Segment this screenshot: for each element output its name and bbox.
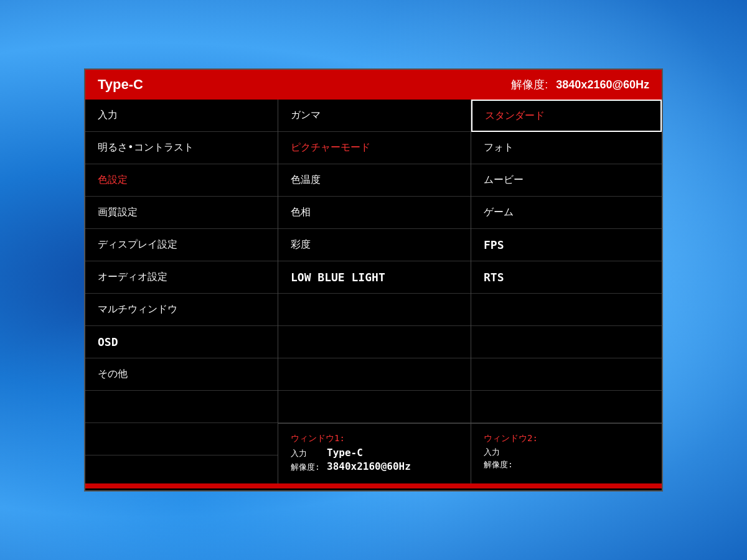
osd-title: Type-C xyxy=(98,77,143,93)
menu-item-photo[interactable]: フォト xyxy=(471,132,662,164)
menu-item-osd[interactable]: OSD xyxy=(85,326,278,358)
menu-item-mid-empty3 xyxy=(278,358,471,391)
menu-item-saturation[interactable]: 彩度 xyxy=(278,229,471,261)
osd-footer xyxy=(85,483,662,488)
window1-res-value: 3840x2160@60Hz xyxy=(327,460,411,472)
menu-item-right-empty1 xyxy=(471,294,662,326)
menu-item-hue[interactable]: 色相 xyxy=(278,197,471,229)
right-column: スタンダード フォト ムービー ゲーム FPS RTS ウィンドウ2: 入力 解… xyxy=(471,100,662,483)
menu-item-left-empty1 xyxy=(85,391,278,423)
menu-item-low-blue-light[interactable]: LOW BLUE LIGHT xyxy=(278,261,471,294)
middle-column: ガンマ ピクチャーモード 色温度 色相 彩度 LOW BLUE LIGHT ウィ… xyxy=(278,100,471,483)
menu-item-game[interactable]: ゲーム xyxy=(471,197,662,229)
window2-input-key: 入力 xyxy=(484,447,515,458)
menu-item-left-empty2 xyxy=(85,423,278,455)
menu-item-movie[interactable]: ムービー xyxy=(471,164,662,197)
osd-menu: Type-C 解像度: 3840x2160@60Hz 入力 明るさ•コントラスト… xyxy=(84,68,663,492)
menu-item-right-empty3 xyxy=(471,358,662,391)
menu-item-picture-mode[interactable]: ピクチャーモード xyxy=(278,132,471,164)
menu-item-color-settings[interactable]: 色設定 xyxy=(85,164,278,197)
window1-label: ウィンドウ1: xyxy=(291,433,458,444)
osd-resolution: 解像度: 3840x2160@60Hz xyxy=(511,77,649,92)
menu-item-other[interactable]: その他 xyxy=(85,358,278,391)
window1-res-key: 解像度: xyxy=(291,462,322,473)
menu-item-image-quality[interactable]: 画質設定 xyxy=(85,197,278,229)
menu-item-gamma[interactable]: ガンマ xyxy=(278,100,471,132)
osd-body: 入力 明るさ•コントラスト 色設定 画質設定 ディスプレイ設定 オーディオ設定 … xyxy=(85,100,662,483)
menu-item-fps[interactable]: FPS xyxy=(471,229,662,261)
menu-item-standard[interactable]: スタンダード xyxy=(471,100,662,132)
window2-label: ウィンドウ2: xyxy=(484,433,649,444)
window1-input-key: 入力 xyxy=(291,448,322,459)
menu-item-mid-empty2 xyxy=(278,326,471,358)
menu-item-audio-settings[interactable]: オーディオ設定 xyxy=(85,261,278,294)
window1-input-value: Type-C xyxy=(327,447,363,459)
menu-item-multi-window[interactable]: マルチウィンドウ xyxy=(85,294,278,326)
menu-item-input[interactable]: 入力 xyxy=(85,100,278,132)
menu-item-right-empty2 xyxy=(471,326,662,358)
menu-item-brightness[interactable]: 明るさ•コントラスト xyxy=(85,132,278,164)
menu-item-mid-empty4 xyxy=(278,391,471,423)
menu-item-right-empty4 xyxy=(471,391,662,423)
menu-item-mid-empty1 xyxy=(278,294,471,326)
window2-res-key: 解像度: xyxy=(484,459,515,470)
menu-item-rts[interactable]: RTS xyxy=(471,261,662,294)
osd-header: Type-C 解像度: 3840x2160@60Hz xyxy=(85,70,662,100)
left-column: 入力 明るさ•コントラスト 色設定 画質設定 ディスプレイ設定 オーディオ設定 … xyxy=(85,100,278,483)
menu-item-color-temp[interactable]: 色温度 xyxy=(278,164,471,197)
menu-item-display-settings[interactable]: ディスプレイ設定 xyxy=(85,229,278,261)
